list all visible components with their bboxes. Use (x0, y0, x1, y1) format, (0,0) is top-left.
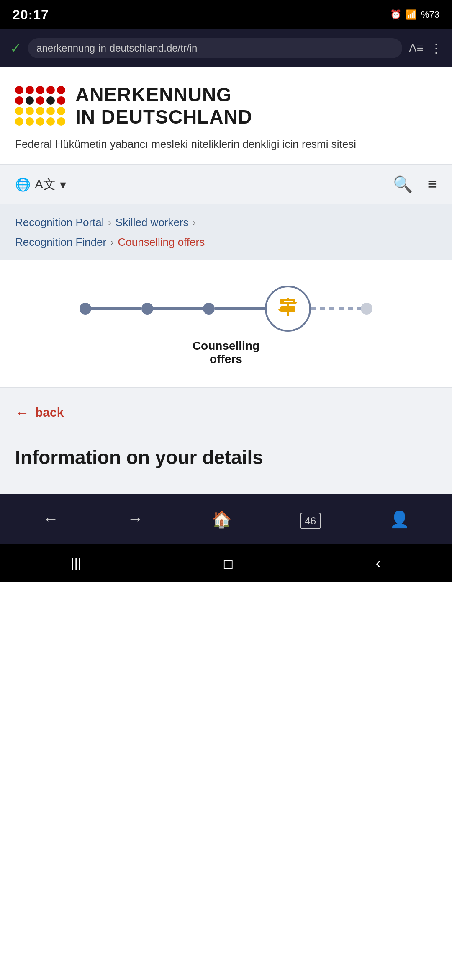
security-shield-icon: ✓ (10, 40, 21, 56)
android-home-icon[interactable]: ◻ (223, 555, 234, 571)
globe-icon: 🌐 (15, 177, 31, 192)
breadcrumb-row-2: Recognition Finder › Counselling offers (15, 232, 437, 252)
back-section: ← back (0, 387, 452, 438)
tabs-count: 46 (305, 515, 316, 526)
logo-dot (36, 96, 44, 105)
logo-dot (26, 86, 34, 94)
breadcrumb-link-recognition-portal[interactable]: Recognition Portal (15, 213, 104, 232)
step-line-3 (215, 307, 265, 310)
logo-dot (46, 96, 55, 105)
status-time: 20:17 (13, 7, 49, 23)
logo-dot (36, 86, 44, 94)
breadcrumb-sep: › (193, 214, 196, 231)
logo-dot (46, 107, 55, 115)
breadcrumb-sep: › (108, 214, 111, 231)
language-switcher[interactable]: 🌐 A文 ▾ (15, 176, 66, 193)
browser-profile-button[interactable]: 👤 (385, 506, 413, 533)
logo-dot (46, 117, 55, 126)
search-icon[interactable]: 🔍 (393, 175, 413, 193)
alarm-icon: ⏰ (390, 9, 401, 20)
breadcrumb-link-skilled-workers[interactable]: Skilled workers (116, 213, 189, 232)
browser-forward-button[interactable]: → (123, 506, 147, 532)
logo-dots (15, 86, 65, 126)
logo-dot (57, 117, 65, 126)
back-arrow-icon: ← (15, 405, 29, 421)
logo-dot (15, 96, 23, 105)
breadcrumb-link-recognition-finder[interactable]: Recognition Finder (15, 232, 106, 252)
browser-tabs-button[interactable]: 46 (296, 506, 326, 532)
logo-dot (26, 107, 34, 115)
step-dot-3 (203, 303, 215, 315)
step-section: Counsellingoffers (0, 260, 452, 387)
site-name-line2: IN DEUTSCHLAND (75, 106, 252, 128)
logo-dot (57, 86, 65, 94)
step-dot-5 (361, 303, 372, 315)
site-tagline: Federal Hükümetin yabancı mesleki niteli… (15, 137, 437, 152)
step-dot-2 (141, 303, 153, 315)
step-line-1 (91, 307, 141, 310)
logo-dot (15, 117, 23, 126)
nav-bar: 🌐 A文 ▾ 🔍 ≡ (0, 164, 452, 204)
breadcrumb: Recognition Portal › Skilled workers › R… (0, 204, 452, 260)
back-label: back (35, 405, 64, 420)
more-options-icon[interactable]: ⋮ (430, 41, 442, 55)
breadcrumb-sep: › (110, 234, 113, 251)
status-icons: ⏰ 📶 %73 (390, 9, 439, 20)
hamburger-menu-icon[interactable]: ≡ (428, 175, 437, 193)
chevron-down-icon: ▾ (60, 177, 66, 192)
nav-icons: 🔍 ≡ (393, 175, 437, 193)
svg-marker-4 (278, 309, 280, 312)
battery-icon: %73 (421, 9, 439, 20)
browser-icons: A≡ ⋮ (409, 41, 442, 55)
step-line-2 (153, 307, 203, 310)
breadcrumb-current: Counselling offers (118, 232, 205, 252)
android-back-icon[interactable]: ‹ (376, 554, 381, 573)
android-nav-bar: ||| ◻ ‹ (0, 544, 452, 582)
site-name: ANERKENNUNG IN DEUTSCHLAND (75, 84, 252, 128)
browser-bottom-nav: ← → 🏠 46 👤 (0, 494, 452, 544)
site-name-line1: ANERKENNUNG (75, 84, 252, 106)
step-active-counselling (265, 286, 311, 332)
step-active-label: Counsellingoffers (193, 339, 259, 366)
breadcrumb-row-1: Recognition Portal › Skilled workers › (15, 213, 437, 232)
signpost-icon (275, 294, 300, 323)
reader-mode-icon[interactable]: A≡ (409, 41, 424, 55)
back-button[interactable]: ← back (15, 405, 437, 421)
logo-dot (46, 86, 55, 94)
logo-dot (36, 117, 44, 126)
steps-track (80, 286, 372, 332)
logo-dot (57, 107, 65, 115)
step-line-dashed (311, 307, 361, 310)
step-dot-1 (80, 303, 91, 315)
logo-dot (26, 117, 34, 126)
site-header: ANERKENNUNG IN DEUTSCHLAND Federal Hüküm… (0, 67, 452, 164)
logo-dot (26, 96, 34, 105)
browser-bar: ✓ anerkennung-in-deutschland.de/tr/in A≡… (0, 29, 452, 67)
browser-back-button[interactable]: ← (39, 506, 63, 532)
svg-marker-2 (295, 302, 298, 304)
info-section: Information on your details (0, 438, 452, 494)
wifi-icon: 📶 (406, 9, 417, 20)
logo-area: ANERKENNUNG IN DEUTSCHLAND (15, 84, 437, 128)
url-bar[interactable]: anerkennung-in-deutschland.de/tr/in (28, 38, 402, 58)
logo-dot (15, 107, 23, 115)
logo-dot (57, 96, 65, 105)
info-title: Information on your details (15, 446, 437, 469)
android-recent-apps-icon[interactable]: ||| (71, 555, 81, 571)
logo-dot (36, 107, 44, 115)
lang-label: A文 (35, 176, 56, 193)
status-bar: 20:17 ⏰ 📶 %73 (0, 0, 452, 29)
logo-dot (15, 86, 23, 94)
browser-home-button[interactable]: 🏠 (208, 506, 236, 533)
